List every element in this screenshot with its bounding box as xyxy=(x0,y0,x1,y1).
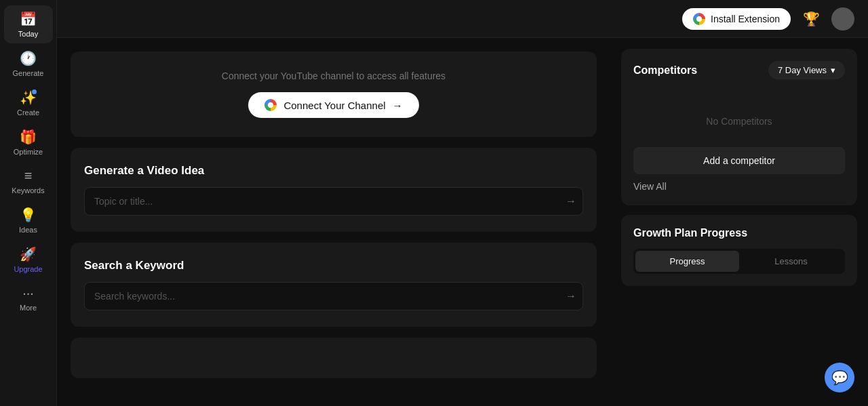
sidebar-item-today[interactable]: 📅 Today xyxy=(4,5,53,43)
growth-tab-lessons[interactable]: Lessons xyxy=(739,251,843,272)
sidebar-label-ideas: Ideas xyxy=(19,226,37,234)
connect-channel-label: Connect Your Channel xyxy=(283,100,385,111)
keyword-search-input-wrap: → xyxy=(84,282,583,310)
chat-icon: 💬 xyxy=(831,369,848,386)
competitors-header: Competitors 7 Day Views ▾ xyxy=(633,61,845,79)
generate-idea-title: Generate a Video Idea xyxy=(84,164,583,178)
generate-idea-input-wrap: → xyxy=(84,187,583,216)
sidebar-label-create: Create xyxy=(17,108,39,117)
view-all-label: View All xyxy=(633,181,667,192)
connect-text: Connect your YouTube channel to access a… xyxy=(222,70,446,81)
growth-tab-lessons-label: Lessons xyxy=(774,256,807,266)
sidebar-item-optimize[interactable]: 🎁 Optimize xyxy=(4,123,53,161)
day-views-button[interactable]: 7 Day Views ▾ xyxy=(768,61,845,79)
center-panel: Connect your YouTube channel to access a… xyxy=(57,38,610,406)
keyword-search-title: Search a Keyword xyxy=(84,259,583,272)
chevron-down-icon: ▾ xyxy=(831,65,835,75)
create-icon: ✨ xyxy=(20,89,37,106)
generate-idea-card: Generate a Video Idea → xyxy=(71,148,597,232)
growth-plan-card: Growth Plan Progress Progress Lessons xyxy=(621,215,857,286)
ideas-icon: 💡 xyxy=(20,207,37,223)
main-area: Install Extension 🏆 Connect your YouTube… xyxy=(57,0,868,406)
no-competitors-text: No Competitors xyxy=(633,89,845,147)
chat-fab-button[interactable]: 💬 xyxy=(825,363,854,392)
growth-tabs: Progress Lessons xyxy=(633,249,845,274)
keyword-search-card: Search a Keyword → xyxy=(71,243,597,327)
right-panel: Competitors 7 Day Views ▾ No Competitors… xyxy=(610,38,868,406)
competitors-title: Competitors xyxy=(633,64,697,77)
keyword-search-submit-button[interactable]: → xyxy=(566,290,576,302)
day-views-label: 7 Day Views xyxy=(778,65,827,75)
sidebar-label-today: Today xyxy=(18,30,38,38)
chrome-icon xyxy=(693,13,705,25)
growth-tab-progress[interactable]: Progress xyxy=(635,251,739,272)
keyword-search-input[interactable] xyxy=(84,282,583,310)
optimize-icon: 🎁 xyxy=(20,129,37,145)
sidebar-item-generate[interactable]: 🕐 Generate xyxy=(4,45,53,83)
add-competitor-label: Add a competitor xyxy=(703,155,775,166)
trophy-icon: 🏆 xyxy=(803,11,820,27)
sidebar-item-create[interactable]: ✨ Create xyxy=(4,84,53,122)
today-icon: 📅 xyxy=(20,11,37,27)
content-row: Connect your YouTube channel to access a… xyxy=(57,38,868,406)
connect-arrow-icon: → xyxy=(393,100,403,111)
topbar: Install Extension 🏆 xyxy=(57,0,868,38)
sidebar-item-ideas[interactable]: 💡 Ideas xyxy=(4,201,53,239)
sidebar: 📅 Today 🕐 Generate ✨ Create 🎁 Optimize ≡… xyxy=(0,0,57,406)
more-icon: ··· xyxy=(22,285,34,301)
sidebar-label-optimize: Optimize xyxy=(14,148,43,156)
sidebar-label-more: More xyxy=(20,304,37,312)
install-extension-label: Install Extension xyxy=(711,14,780,24)
google-icon xyxy=(264,99,277,111)
growth-plan-title: Growth Plan Progress xyxy=(633,227,845,239)
generate-idea-submit-button[interactable]: → xyxy=(566,195,576,207)
growth-tab-progress-label: Progress xyxy=(669,256,705,266)
generate-icon: 🕐 xyxy=(20,50,37,66)
generate-idea-input[interactable] xyxy=(84,187,583,216)
sidebar-label-keywords: Keywords xyxy=(12,186,44,195)
trophy-button[interactable]: 🏆 xyxy=(799,7,823,31)
add-competitor-button[interactable]: Add a competitor xyxy=(633,147,845,174)
view-all-button[interactable]: View All xyxy=(633,181,667,192)
competitors-card: Competitors 7 Day Views ▾ No Competitors… xyxy=(621,49,857,205)
connect-card: Connect your YouTube channel to access a… xyxy=(71,52,597,137)
bottom-section-card xyxy=(71,338,597,378)
connect-channel-button[interactable]: Connect Your Channel → xyxy=(248,92,418,118)
sidebar-label-generate: Generate xyxy=(13,69,44,77)
avatar[interactable] xyxy=(831,7,854,31)
keywords-icon: ≡ xyxy=(24,168,33,184)
install-extension-button[interactable]: Install Extension xyxy=(682,8,791,30)
sidebar-label-upgrade: Upgrade xyxy=(14,265,42,273)
sidebar-item-upgrade[interactable]: 🚀 Upgrade xyxy=(4,241,53,279)
upgrade-icon: 🚀 xyxy=(20,246,37,262)
sidebar-item-keywords[interactable]: ≡ Keywords xyxy=(4,163,53,200)
sidebar-item-more[interactable]: ··· More xyxy=(4,280,53,317)
